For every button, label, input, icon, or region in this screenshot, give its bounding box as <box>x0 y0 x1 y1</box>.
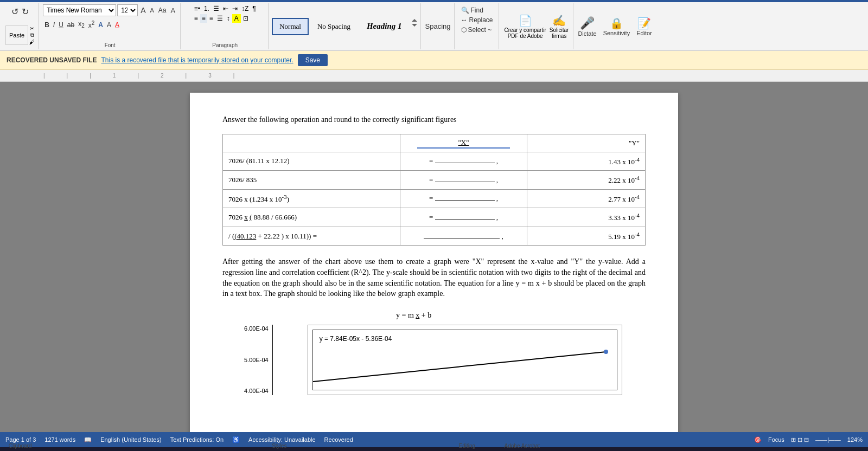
voice-group: 🎤 Dictate 🔒 Sensitivity 📝 Editor <box>575 3 655 49</box>
instruction-paragraph: After getting the answer of the chart ab… <box>222 256 646 299</box>
table-cell-blank5: , <box>400 227 527 246</box>
superscript-button[interactable]: x2 <box>87 19 97 30</box>
select-button[interactable]: ⬡ Select ~ <box>459 25 495 35</box>
request-signatures-button[interactable]: ✍ Solicitarfirmas <box>550 14 569 39</box>
chart-plot-area: y = 7.84E-05x - 5.36E-04 <box>308 325 622 395</box>
editor-label: Editor <box>636 30 652 36</box>
find-button[interactable]: 🔍 Find <box>459 5 495 15</box>
focus-icon: 🎯 <box>754 436 762 443</box>
document-page[interactable]: Answer the following operation and round… <box>190 93 678 432</box>
adobe-group-label: Adobe Acrobat <box>505 443 540 449</box>
font-size-select[interactable]: 12 <box>117 4 138 16</box>
format-painter-button[interactable]: 🖌 <box>29 39 35 45</box>
align-left-button[interactable]: ≡ <box>193 14 200 23</box>
spell-check-icon: 📖 <box>84 436 92 443</box>
subscript-button[interactable]: x2 <box>76 19 86 30</box>
save-button[interactable]: Save <box>298 54 328 66</box>
style-nospacing-button[interactable]: No Spacing <box>310 18 358 35</box>
underline-button[interactable]: U <box>57 20 65 30</box>
justify-button[interactable]: ☰ <box>215 14 225 23</box>
styles-scroll-down-button[interactable] <box>411 23 418 28</box>
font-family-select[interactable]: Times New Roman <box>43 4 116 16</box>
grow-font-button[interactable]: A <box>139 5 147 16</box>
spacing-group: Spacing <box>422 3 455 49</box>
bullets-button[interactable]: ≡• <box>193 4 202 13</box>
status-bar: Page 1 of 3 1271 words 📖 English (United… <box>0 432 868 447</box>
increase-indent-button[interactable]: ⇥ <box>231 4 239 13</box>
show-hide-button[interactable]: ¶ <box>251 4 257 13</box>
document-area: Answer the following operation and round… <box>0 82 868 432</box>
zoom-slider[interactable]: ——|—— <box>815 436 841 443</box>
dictate-button[interactable]: 🎤 Dictate <box>578 16 596 37</box>
sensitivity-button[interactable]: 🔒 Sensitivity <box>603 17 630 36</box>
replace-button[interactable]: ↔ Replace <box>459 15 495 25</box>
paste-button[interactable]: Paste <box>5 25 28 45</box>
borders-button[interactable]: ⊡ <box>241 14 250 23</box>
start-button[interactable] <box>55 449 74 452</box>
change-case-button[interactable]: Aa <box>157 5 168 15</box>
font-row2: B I U ab x2 x2 A A A <box>43 19 121 30</box>
redo-button[interactable]: ↻ <box>21 5 30 18</box>
table-header-row: "X" "Y" <box>223 134 646 152</box>
editor-button[interactable]: 📝 Editor <box>636 17 652 36</box>
italic-button[interactable]: I <box>52 20 56 30</box>
table-cell-op1: 7026/ (81.11 x 12.12) <box>223 152 400 171</box>
sensitivity-label: Sensitivity <box>603 30 630 36</box>
copy-button[interactable]: ⧉ <box>29 32 35 38</box>
chart-y-axis-line <box>272 325 273 395</box>
replace-icon: ↔ <box>461 16 468 24</box>
accessibility-icon: ♿ <box>232 436 240 443</box>
bold-button[interactable]: B <box>43 20 51 30</box>
cut-button[interactable]: ✂ <box>29 25 35 31</box>
request-signatures-label: Solicitarfirmas <box>550 27 569 39</box>
y-label-bot: 4.00E-04 <box>244 387 269 395</box>
find-icon: 🔍 <box>461 7 469 14</box>
text-effects-button[interactable]: A <box>97 20 105 30</box>
multilevel-list-button[interactable]: ☰ <box>212 4 221 13</box>
table-cell-op3: 7026 x (1.234 x 10-3) <box>223 189 400 208</box>
page-count: Page 1 of 3 <box>5 436 36 443</box>
style-heading1-button[interactable]: Heading 1 <box>359 17 410 35</box>
language: English (United States) <box>100 436 162 443</box>
table-cell-result2: 2.22 x 10-4 <box>527 171 645 190</box>
undo-button[interactable]: ↺ <box>10 5 20 18</box>
spacing-label: Spacing <box>425 22 451 30</box>
styles-group: Normal No Spacing Heading 1 Styles <box>270 3 420 49</box>
decrease-indent-button[interactable]: ⇤ <box>221 4 230 13</box>
word-count: 1271 words <box>44 436 75 443</box>
adobe-sign-icon: ✍ <box>552 14 566 27</box>
editing-group-label: Editing <box>459 443 476 449</box>
taskbar: 🔍 Search 📁 💬 📧 ⊞ 🌐 📦 📥 📂 🎵 🛡 ✉ 🔴 T 🌍 🦠 🔧… <box>0 447 868 451</box>
adobe-pdf-icon: 📄 <box>519 14 532 27</box>
sort-button[interactable]: ↕Z <box>240 4 250 13</box>
shading-button[interactable]: A <box>232 14 241 23</box>
align-center-button[interactable]: ≡ <box>200 14 207 23</box>
table-row: 7026 x (1.234 x 10-3) = , 2.77 x 10-4 <box>223 189 646 208</box>
clipboard-label: Clipboard <box>9 443 32 449</box>
highlight-color-button[interactable]: A <box>105 20 113 30</box>
text-predictions: Text Predictions: On <box>170 436 224 443</box>
shrink-font-button[interactable]: A <box>148 6 155 15</box>
style-normal-button[interactable]: Normal <box>272 18 309 35</box>
font-color-button[interactable]: A <box>113 20 121 30</box>
table-row: / ((40.123 + 22.22 ) x 10.11)) = , 5.19 … <box>223 227 646 246</box>
recovery-label: RECOVERED UNSAVED FILE <box>7 56 97 64</box>
clear-formatting-button[interactable]: A <box>169 5 177 16</box>
numbering-button[interactable]: 1. <box>202 4 211 13</box>
editing-group: 🔍 Find ↔ Replace ⬡ Select ~ Editing <box>456 3 499 49</box>
recovered-status: Recovered <box>324 436 353 443</box>
recovery-bar: RECOVERED UNSAVED FILE This is a recover… <box>0 51 868 70</box>
table-header-col3: "Y" <box>527 134 645 152</box>
styles-scroll-up-button[interactable] <box>411 18 418 23</box>
font-row1: Times New Roman 12 A A Aa A <box>43 4 177 16</box>
create-pdf-button[interactable]: 📄 Crear y compartirPDF de Adobe <box>505 14 546 39</box>
align-right-button[interactable]: ≡ <box>208 14 215 23</box>
line-spacing-button[interactable]: ↕ <box>225 14 232 23</box>
svg-point-1 <box>604 350 608 354</box>
strikethrough-button[interactable]: ab <box>66 20 76 30</box>
table-cell-op2: 7026/ 835 <box>223 171 400 190</box>
recovery-link[interactable]: This is a recovered file that is tempora… <box>101 56 293 64</box>
paragraph-group: ≡• 1. ☰ ⇤ ⇥ ↕Z ¶ ≡ ≡ ≡ ☰ ↕ A ⊡ Paragraph <box>182 3 269 49</box>
font-group: Times New Roman 12 A A Aa A B I U ab x2 … <box>40 3 181 49</box>
table-row: 7026 x ( 88.88 / 66.666) = , 3.33 x 10-4 <box>223 208 646 227</box>
